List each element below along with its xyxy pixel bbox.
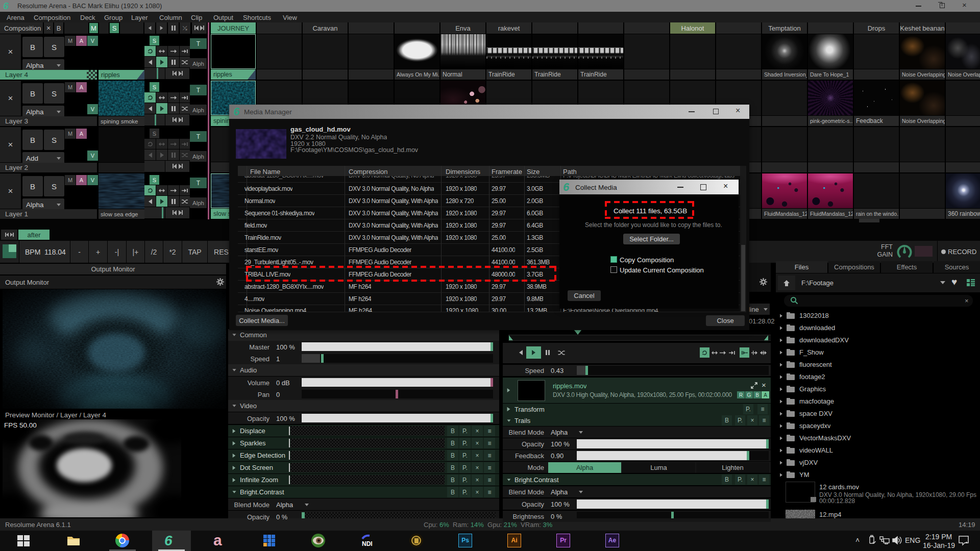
svg-text:NDI: NDI: [362, 540, 373, 547]
